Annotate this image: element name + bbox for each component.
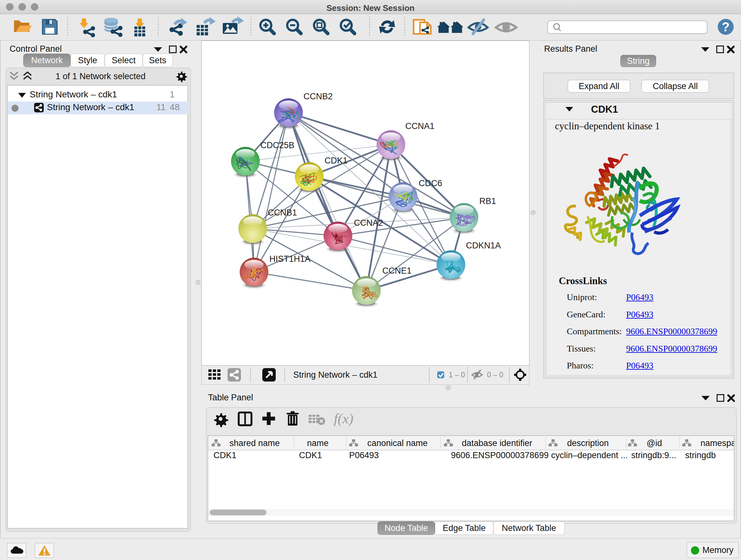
svg-text:?: ? — [722, 20, 730, 34]
svg-text:f(x): f(x) — [334, 411, 353, 427]
svg-text:CDC25B: CDC25B — [260, 140, 294, 150]
svg-text:0 – 0: 0 – 0 — [487, 371, 503, 379]
svg-text:CDC6: CDC6 — [419, 179, 442, 188]
svg-text:CCNB1: CCNB1 — [268, 208, 297, 217]
svg-text:RB1: RB1 — [479, 196, 496, 206]
svg-text:CDK1: CDK1 — [325, 156, 347, 165]
svg-text:String Network – cdk1: String Network – cdk1 — [293, 370, 378, 380]
svg-text:CCNA2: CCNA2 — [354, 218, 383, 228]
svg-text:CCNE1: CCNE1 — [382, 266, 412, 275]
svg-text:1 – 0: 1 – 0 — [449, 371, 465, 379]
svg-text:CCNB2: CCNB2 — [304, 91, 333, 101]
svg-text:HIST1H1A: HIST1H1A — [269, 254, 311, 264]
svg-text:CCNA1: CCNA1 — [405, 121, 434, 131]
svg-text:CDKN1A: CDKN1A — [466, 241, 501, 250]
